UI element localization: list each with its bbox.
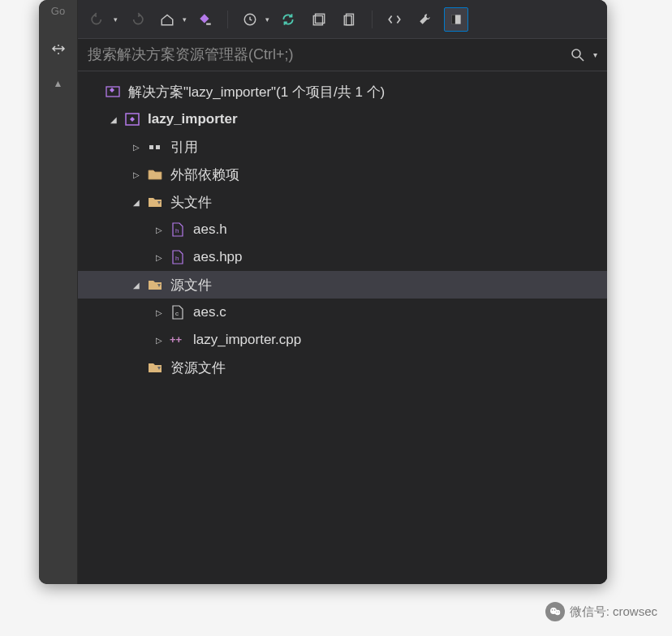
project-node[interactable]: ◢ lazy_importer bbox=[78, 105, 607, 133]
search-icon[interactable] bbox=[567, 45, 588, 66]
collapse-icon[interactable]: ▲ bbox=[39, 78, 77, 89]
expander-expanded-icon[interactable]: ◢ bbox=[107, 113, 120, 126]
svg-point-17 bbox=[554, 610, 559, 615]
dropdown-icon[interactable]: ▾ bbox=[114, 15, 118, 24]
toolbar-separator bbox=[372, 11, 373, 28]
expander-expanded-icon[interactable]: ◢ bbox=[130, 196, 143, 208]
home-button[interactable] bbox=[155, 7, 179, 32]
resources-folder-node[interactable]: ▷ 资源文件 bbox=[78, 354, 607, 381]
toolbar-separator bbox=[227, 11, 228, 28]
dropdown-icon[interactable]: ▾ bbox=[265, 15, 269, 24]
go-label: Go bbox=[39, 0, 77, 17]
solution-label: 解决方案"lazy_importer"(1 个项目/共 1 个) bbox=[128, 83, 385, 101]
split-icon[interactable] bbox=[39, 41, 77, 60]
file-node[interactable]: ▷ h aes.hpp bbox=[78, 243, 607, 271]
expander-collapsed-icon[interactable]: ▷ bbox=[153, 306, 166, 319]
svg-rect-10 bbox=[149, 145, 153, 149]
file-label: lazy_importer.cpp bbox=[193, 332, 301, 348]
folder-icon bbox=[146, 165, 164, 183]
filter-folder-icon bbox=[146, 193, 164, 211]
svg-point-20 bbox=[556, 612, 557, 612]
sync-button[interactable] bbox=[276, 7, 300, 32]
collapse-all-button[interactable] bbox=[307, 7, 331, 32]
filter-folder-icon bbox=[146, 276, 164, 294]
external-deps-label: 外部依赖项 bbox=[170, 165, 239, 184]
nav-back-button[interactable] bbox=[86, 7, 110, 32]
project-icon bbox=[123, 110, 141, 128]
file-node[interactable]: ▷ ++ lazy_importer.cpp bbox=[78, 326, 607, 354]
expander-expanded-icon[interactable]: ◢ bbox=[130, 278, 143, 291]
references-icon bbox=[146, 138, 164, 156]
nav-forward-button[interactable] bbox=[124, 7, 149, 32]
wechat-label: 微信号: crowsec bbox=[570, 604, 657, 620]
svg-point-18 bbox=[551, 609, 553, 611]
wechat-icon bbox=[545, 602, 565, 621]
svg-rect-4 bbox=[344, 15, 351, 24]
svg-point-21 bbox=[558, 612, 558, 612]
wechat-watermark: 微信号: crowsec bbox=[545, 602, 657, 621]
file-node[interactable]: ▷ c aes.c bbox=[78, 299, 607, 326]
svg-point-19 bbox=[554, 609, 555, 611]
references-label: 引用 bbox=[170, 138, 198, 157]
svg-rect-6 bbox=[451, 15, 455, 24]
project-label: lazy_importer bbox=[148, 111, 238, 127]
expander-collapsed-icon[interactable]: ▷ bbox=[153, 251, 166, 264]
sources-label: 源文件 bbox=[170, 276, 212, 294]
c-file-icon: c bbox=[169, 303, 187, 321]
view-code-button[interactable] bbox=[382, 7, 407, 32]
expander-collapsed-icon[interactable]: ▷ bbox=[130, 168, 143, 181]
svg-text:h: h bbox=[175, 255, 179, 262]
svg-point-7 bbox=[572, 49, 580, 58]
explorer-toolbar: ▾ ▾ ▾ bbox=[78, 0, 607, 39]
search-bar: ▾ bbox=[78, 39, 607, 71]
references-node[interactable]: ▷ 引用 bbox=[78, 133, 607, 161]
expander-collapsed-icon[interactable]: ▷ bbox=[130, 140, 143, 153]
headers-label: 头文件 bbox=[170, 193, 212, 212]
solution-tree: ▶ 解决方案"lazy_importer"(1 个项目/共 1 个) ◢ laz… bbox=[78, 71, 607, 584]
svg-text:c: c bbox=[175, 310, 179, 317]
expander-collapsed-icon[interactable]: ▷ bbox=[153, 333, 166, 346]
show-all-files-button[interactable] bbox=[338, 7, 362, 32]
editor-gutter: Go ▲ bbox=[39, 0, 78, 584]
search-input[interactable] bbox=[88, 46, 567, 63]
file-label: aes.h bbox=[193, 221, 227, 238]
file-label: aes.c bbox=[193, 304, 226, 320]
svg-text:++: ++ bbox=[170, 333, 183, 346]
switch-views-button[interactable] bbox=[193, 7, 218, 32]
solution-node[interactable]: ▶ 解决方案"lazy_importer"(1 个项目/共 1 个) bbox=[78, 78, 607, 105]
preview-selected-button[interactable] bbox=[444, 7, 468, 32]
header-file-icon: h bbox=[169, 221, 187, 238]
dropdown-icon[interactable]: ▾ bbox=[593, 50, 597, 59]
properties-button[interactable] bbox=[413, 7, 437, 32]
sources-folder-node[interactable]: ◢ 源文件 bbox=[78, 271, 607, 299]
headers-folder-node[interactable]: ◢ 头文件 bbox=[78, 188, 607, 216]
svg-text:h: h bbox=[175, 227, 179, 234]
svg-rect-11 bbox=[156, 145, 160, 149]
cpp-file-icon: ++ bbox=[169, 331, 187, 349]
filter-folder-icon bbox=[146, 359, 164, 376]
dropdown-icon[interactable]: ▾ bbox=[183, 15, 187, 24]
pending-changes-button[interactable] bbox=[238, 7, 262, 32]
header-file-icon: h bbox=[169, 248, 187, 266]
resources-label: 资源文件 bbox=[170, 359, 226, 377]
file-label: aes.hpp bbox=[193, 249, 243, 265]
external-deps-node[interactable]: ▷ 外部依赖项 bbox=[78, 161, 607, 188]
file-node[interactable]: ▷ h aes.h bbox=[78, 216, 607, 243]
solution-explorer-panel: Go ▲ ▾ ▾ ▾ bbox=[39, 0, 607, 584]
expander-collapsed-icon[interactable]: ▷ bbox=[153, 223, 166, 236]
solution-icon bbox=[104, 83, 122, 101]
